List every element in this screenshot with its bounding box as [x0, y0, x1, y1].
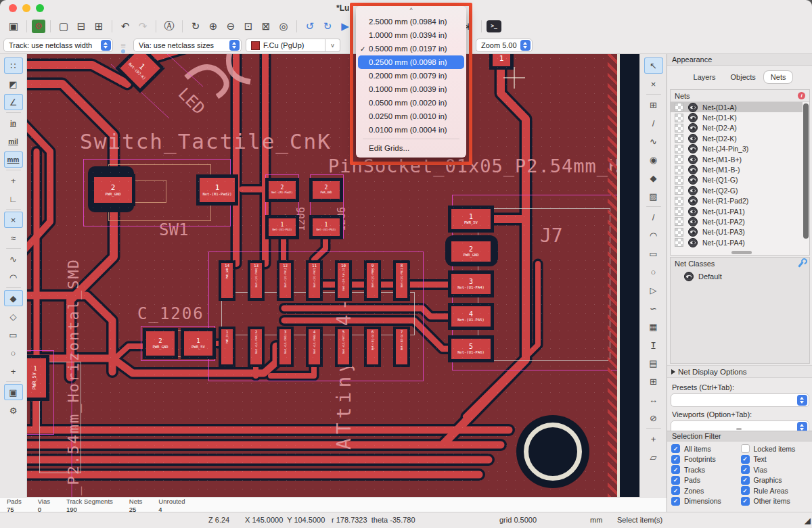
net-color-swatch[interactable]: [675, 176, 683, 185]
dim-layers-icon[interactable]: ▣: [4, 384, 23, 400]
origin-icon[interactable]: +: [644, 431, 663, 447]
selection-filter-item[interactable]: Graphics: [741, 476, 811, 485]
net-visibility-eye-icon[interactable]: [688, 144, 698, 153]
edit-grids-item[interactable]: Edit Grids...: [358, 141, 464, 155]
selection-filter-item[interactable]: All items: [671, 444, 741, 453]
zoom-fit-icon[interactable]: ⊡: [240, 18, 256, 34]
u1-pad[interactable]: 11Net-(U1-PA2): [309, 263, 320, 298]
checkbox[interactable]: [671, 497, 680, 506]
u1-pad[interactable]: 5Net-(U1-PA7): [338, 329, 349, 364]
pad[interactable]: 1PWR_5V: [184, 331, 212, 356]
net-color-swatch[interactable]: [675, 103, 683, 112]
stepper-icon[interactable]: [797, 395, 807, 406]
stepper-icon[interactable]: [101, 40, 111, 51]
nets-vertical-scrollbar[interactable]: [803, 103, 809, 239]
net-color-swatch[interactable]: [675, 186, 683, 195]
zoom-in-icon[interactable]: ⊕: [205, 18, 221, 34]
nets-horizontal-scrollbar[interactable]: [731, 251, 752, 254]
net-row[interactable]: Net-(M1-B-): [671, 164, 803, 174]
via-sketch-icon[interactable]: ○: [4, 345, 23, 361]
net-inspect-icon[interactable]: i: [798, 92, 805, 99]
mounting-hole[interactable]: [516, 415, 589, 488]
selection-filter-item[interactable]: Dimensions: [671, 497, 741, 506]
units-in-icon[interactable]: in: [4, 115, 23, 131]
layer-select[interactable]: F.Cu (PgUp): [246, 39, 325, 52]
net-visibility-eye-icon[interactable]: [688, 175, 698, 185]
dimension-icon[interactable]: ↔: [644, 391, 663, 408]
cursor-shape-icon[interactable]: +: [4, 172, 23, 189]
u1-pad[interactable]: 2Net-(U1-PA4): [250, 329, 262, 364]
appearance-tab[interactable]: Objects: [724, 71, 763, 83]
net-color-swatch[interactable]: [675, 238, 683, 247]
pad[interactable]: 1Net-(R1-Pad2): [200, 178, 235, 202]
measure-icon[interactable]: ▱: [644, 449, 663, 465]
checkbox[interactable]: [671, 476, 680, 485]
net-row[interactable]: Net-(D2-A): [671, 123, 803, 133]
u1-pad[interactable]: 3Net-(U1-PA5): [279, 329, 291, 364]
zoom-out-icon[interactable]: ⊖: [223, 18, 239, 34]
track-sketch-icon[interactable]: +: [4, 363, 23, 379]
zoom-select[interactable]: Zoom 5.00: [476, 39, 533, 52]
selection-filter-item[interactable]: Footprints: [671, 455, 741, 464]
left-tool-icon[interactable]: [6, 381, 21, 382]
net-row[interactable]: Net-(Q2-G): [671, 185, 803, 195]
net-row[interactable]: Net-(U1-PA2): [671, 216, 803, 226]
grid-menu-item[interactable]: ✓ 0.0500 mm (0.0020 in): [358, 96, 464, 110]
selection-filter-item[interactable]: Rule Areas: [741, 486, 811, 495]
checkbox[interactable]: [741, 455, 750, 464]
net-visibility-eye-icon[interactable]: [688, 186, 698, 195]
net-row[interactable]: Net-(R1-Pad2): [671, 196, 803, 206]
textbox-icon[interactable]: ▤: [644, 355, 663, 371]
net-visibility-eye-icon[interactable]: [688, 134, 698, 143]
u1-pad[interactable]: 6Net-(Q1-G): [367, 329, 378, 364]
plot-icon[interactable]: ⊞: [91, 18, 107, 34]
close-window-button[interactable]: [9, 4, 17, 12]
minimize-window-button[interactable]: [22, 4, 30, 12]
u1-pad[interactable]: 7Net-(Q2-G): [396, 329, 407, 364]
stepper-icon[interactable]: [520, 40, 531, 51]
right-tool-icon[interactable]: [646, 94, 661, 95]
layer-open-button[interactable]: v: [325, 39, 340, 52]
left-tool-icon[interactable]: [6, 170, 21, 170]
net-row[interactable]: Net-(D2-K): [671, 133, 803, 143]
grid-menu-item[interactable]: ✓ 1.0000 mm (0.0394 in): [358, 28, 464, 42]
u1-pad[interactable]: 4Net-(U1-PA6): [309, 329, 320, 364]
grid-menu-item[interactable]: ✓ 0.2000 mm (0.0079 in): [358, 69, 464, 82]
checkbox[interactable]: [741, 444, 750, 453]
grid-menu-item[interactable]: ✓ 2.5000 mm (0.0984 in): [358, 15, 464, 28]
grid-menu-item[interactable]: ✓ 0.1000 mm (0.0039 in): [358, 82, 464, 96]
console-icon[interactable]: >_: [487, 20, 501, 32]
zoom-selection-icon[interactable]: ◎: [275, 18, 292, 34]
units-mm-icon[interactable]: mm: [4, 151, 23, 168]
via-size-select[interactable]: Via: use netclass sizes: [133, 39, 242, 52]
toolbar-icon[interactable]: [182, 20, 183, 32]
ratsnest-icon[interactable]: ×: [4, 212, 23, 228]
net-display-options-toggle[interactable]: Net Display Options: [667, 365, 812, 378]
left-tool-icon[interactable]: [6, 112, 21, 113]
rule-area-icon[interactable]: ▨: [644, 188, 663, 204]
via-icon[interactable]: ◉: [644, 151, 663, 168]
redo-icon[interactable]: ↷: [135, 18, 151, 34]
j7-pad[interactable]: 3Net-(U1-PA4): [451, 274, 491, 294]
angle-45-icon[interactable]: ∟: [4, 191, 23, 207]
selection-filter-item[interactable]: Vias: [741, 465, 811, 474]
grid-override-icon[interactable]: ◩: [4, 76, 23, 92]
toolbar-icon[interactable]: [50, 20, 51, 32]
toolbar-icon[interactable]: [296, 20, 297, 32]
pad[interactable]: 1Net-(U1-PA3): [269, 218, 296, 236]
net-color-swatch[interactable]: [675, 145, 683, 153]
net-color-swatch[interactable]: [675, 197, 683, 206]
local-ratsnest-icon[interactable]: ×: [644, 76, 663, 92]
tools-icon[interactable]: ⚙: [4, 402, 23, 418]
net-color-swatch[interactable]: [675, 217, 683, 226]
u1-pad[interactable]: 14PWR_GND: [221, 263, 233, 298]
checkbox[interactable]: [741, 465, 750, 474]
pad[interactable]: 2PWR_GND: [313, 181, 340, 199]
net-visibility-eye-icon[interactable]: [688, 165, 698, 174]
net-color-swatch[interactable]: [675, 166, 683, 174]
net-visibility-eye-icon[interactable]: [688, 155, 698, 164]
net-color-swatch[interactable]: [675, 155, 683, 164]
u1-pad[interactable]: 12Net-(U1-PA1): [279, 263, 291, 298]
checkbox[interactable]: [671, 444, 680, 453]
track-width-select[interactable]: Track: use netclass width: [3, 39, 113, 52]
